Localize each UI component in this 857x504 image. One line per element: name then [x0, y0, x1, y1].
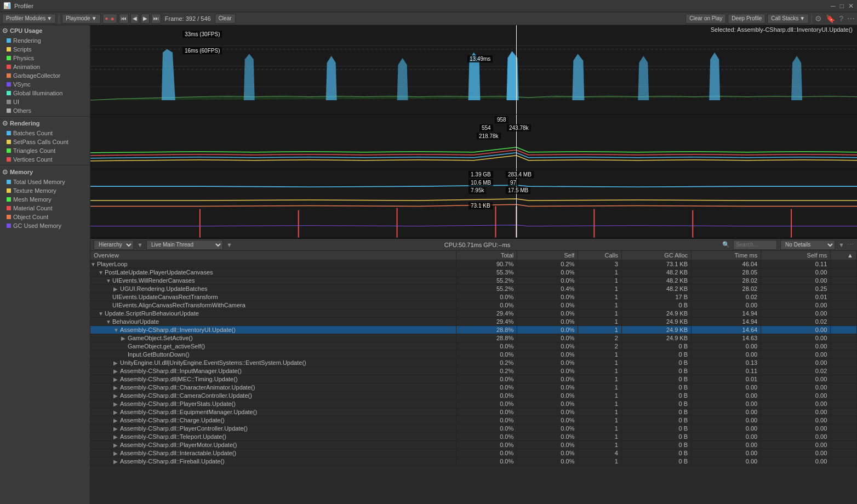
sidebar-item-setpass[interactable]: SetPass Calls Count	[0, 138, 90, 146]
table-row[interactable]: GameObject.get_activeSelf()0.0%0.0%20 B0…	[90, 342, 857, 351]
more-icon[interactable]: ⋯	[847, 14, 855, 23]
memory-graph-panel[interactable]: 1.39 GB 283.4 MB 10.6 MB 97 7.95k 17.5 M…	[90, 169, 857, 238]
row-toggle[interactable]: ▶	[113, 385, 120, 391]
table-row[interactable]: ▶Assembly-CSharp.dll::EquipmentManager.U…	[90, 408, 857, 416]
sidebar-item-vertices[interactable]: Vertices Count	[0, 155, 90, 164]
table-row[interactable]: ▼PostLateUpdate.PlayerUpdateCanvases55.3…	[90, 268, 857, 277]
col-calls[interactable]: Calls	[578, 251, 621, 260]
sidebar-section-rendering[interactable]: ⊙ Rendering	[0, 118, 90, 129]
table-row[interactable]: ▶UGUI.Rendering.UpdateBatches55.2%0.4%14…	[90, 285, 857, 293]
sidebar-item-gi[interactable]: Global Illumination	[0, 89, 90, 98]
sidebar-item-others[interactable]: Others	[0, 106, 90, 115]
row-toggle[interactable]: ▶	[121, 335, 128, 341]
col-self-ms[interactable]: Self ms	[761, 251, 831, 260]
record-button[interactable]: ●	[102, 14, 117, 24]
row-toggle[interactable]: ▶	[113, 426, 120, 432]
first-frame-button[interactable]: ⏮	[119, 14, 129, 24]
table-row[interactable]: ▶Assembly-CSharp.dll::PlayerStats.Update…	[90, 400, 857, 408]
next-frame-button[interactable]: ▶	[141, 14, 150, 24]
row-toggle[interactable]: ▶	[113, 417, 120, 423]
hierarchy-select[interactable]: Hierarchy	[94, 240, 134, 250]
row-toggle[interactable]: ▶	[113, 286, 120, 292]
table-row[interactable]: ▶Assembly-CSharp.dll::InputManager.Updat…	[90, 367, 857, 375]
details-select[interactable]: No Details	[780, 240, 835, 250]
table-row[interactable]: ▼PlayerLoop90.7%0.2%373.1 KB46.040.11	[90, 260, 857, 268]
table-row[interactable]: ▶Assembly-CSharp.dll|MEC::Timing.Update(…	[90, 375, 857, 383]
bookmark-icon[interactable]: 🔖	[826, 14, 835, 23]
row-toggle[interactable]: ▶	[113, 450, 120, 456]
table-row[interactable]: ▶Assembly-CSharp.dll::Fireball.Update()0…	[90, 457, 857, 466]
row-toggle[interactable]: ▶	[113, 360, 120, 366]
search-input[interactable]	[733, 240, 777, 250]
table-row[interactable]: ▶GameObject.SetActive()28.8%0.0%224.9 KB…	[90, 334, 857, 342]
table-row[interactable]: Input.GetButtonDown()0.0%0.0%10 B0.000.0…	[90, 351, 857, 359]
sidebar-item-scripts[interactable]: Scripts	[0, 45, 90, 54]
table-row[interactable]: ▶Assembly-CSharp.dll::CharacterAnimator.…	[90, 383, 857, 392]
table-row[interactable]: ▼BehaviourUpdate29.4%0.0%124.9 KB14.940.…	[90, 318, 857, 326]
clear-button[interactable]: Clear	[215, 14, 236, 24]
profiler-table-container[interactable]: Overview Total Self Calls GC Alloc Time …	[90, 251, 857, 504]
table-row[interactable]: ▼UIEvents.WillRenderCanvases55.2%0.0%148…	[90, 277, 857, 285]
sidebar-section-memory[interactable]: ⊙ Memory	[0, 167, 90, 177]
table-row[interactable]: ▼Update.ScriptRunBehaviourUpdate29.4%0.0…	[90, 310, 857, 318]
sidebar-item-vsync[interactable]: VSync	[0, 80, 90, 89]
sidebar-item-rendering[interactable]: Rendering	[0, 36, 90, 45]
sidebar-item-triangles[interactable]: Triangles Count	[0, 146, 90, 155]
row-toggle[interactable]: ▼	[106, 319, 112, 325]
table-row[interactable]: ▼Assembly-CSharp.dll::InventoryUI.Update…	[90, 326, 857, 334]
table-row[interactable]: ▶Assembly-CSharp.dll::Charge.Update()0.0…	[90, 416, 857, 425]
sidebar-item-physics[interactable]: Physics	[0, 54, 90, 62]
col-self[interactable]: Self	[517, 251, 578, 260]
cpu-graph-panel[interactable]: 33ms (30FPS) 16ms (60FPS) 13.49ms	[90, 25, 857, 114]
sidebar-item-texture-mem[interactable]: Texture Memory	[0, 186, 90, 195]
table-row[interactable]: ▶Assembly-CSharp.dll::Interactable.Updat…	[90, 449, 857, 457]
titlebar-controls[interactable]: ─ □ ✕	[831, 2, 854, 10]
rendering-graph-panel[interactable]: 958 554 243.78k 218.78k	[90, 114, 857, 170]
row-toggle[interactable]: ▼	[106, 278, 112, 284]
row-toggle[interactable]: ▼	[98, 311, 105, 317]
sidebar-section-cpu[interactable]: ⊙ CPU Usage	[0, 25, 90, 36]
sidebar-item-ui[interactable]: UI	[0, 98, 90, 106]
table-row[interactable]: ▶Assembly-CSharp.dll::CameraController.U…	[90, 392, 857, 400]
row-toggle[interactable]: ▼	[113, 327, 120, 333]
row-toggle[interactable]: ▶	[113, 459, 120, 465]
row-toggle[interactable]: ▶	[113, 393, 120, 399]
col-sort[interactable]: ▲	[831, 251, 857, 260]
deep-profile-button[interactable]: Deep Profile	[728, 14, 765, 24]
sidebar-item-material-count[interactable]: Material Count	[0, 204, 90, 213]
table-row[interactable]: ▶Assembly-CSharp.dll::Teleport.Update()0…	[90, 433, 857, 441]
sidebar-item-mesh-mem[interactable]: Mesh Memory	[0, 195, 90, 204]
row-toggle[interactable]: ▶	[113, 376, 120, 382]
clear-on-play-button[interactable]: Clear on Play	[685, 14, 726, 24]
col-total[interactable]: Total	[456, 251, 517, 260]
sidebar-item-gc-used-mem[interactable]: GC Used Memory	[0, 221, 90, 230]
row-toggle[interactable]: ▶	[113, 409, 120, 415]
sidebar-item-gc[interactable]: GarbageCollector	[0, 71, 90, 80]
table-row[interactable]: UIEvents.AlignCanvasRectTransformWithCam…	[90, 301, 857, 310]
more-options-icon[interactable]: ⋯	[848, 241, 854, 248]
table-row[interactable]: ▶UnityEngine.UI.dll|UnityEngine.EventSys…	[90, 359, 857, 367]
row-toggle[interactable]: ▼	[98, 270, 105, 276]
playmode-button[interactable]: Playmode ▼	[62, 14, 100, 24]
sidebar-item-animation[interactable]: Animation	[0, 62, 90, 71]
sidebar-item-object-count[interactable]: Object Count	[0, 213, 90, 221]
table-row[interactable]: ▶Assembly-CSharp.dll::PlayerController.U…	[90, 425, 857, 433]
help-icon[interactable]: ?	[839, 14, 843, 23]
col-time[interactable]: Time ms	[692, 251, 761, 260]
last-frame-button[interactable]: ⏭	[151, 14, 161, 24]
call-stacks-button[interactable]: Call Stacks ▼	[767, 14, 809, 24]
row-toggle[interactable]: ▶	[113, 442, 120, 448]
thread-select[interactable]: Live Main Thread	[146, 240, 223, 250]
sidebar-item-batches[interactable]: Batches Count	[0, 129, 90, 138]
sidebar-item-total-mem[interactable]: Total Used Memory	[0, 177, 90, 186]
row-toggle[interactable]: ▶	[113, 401, 120, 407]
col-gc[interactable]: GC Alloc	[621, 251, 691, 260]
row-toggle[interactable]: ▼	[90, 261, 97, 267]
table-row[interactable]: ▶Assembly-CSharp.dll::PlayerMotor.Update…	[90, 441, 857, 449]
row-toggle[interactable]: ▶	[113, 368, 120, 374]
row-toggle[interactable]: ▶	[113, 434, 120, 440]
settings-icon[interactable]: ⚙	[815, 14, 822, 23]
col-overview[interactable]: Overview	[90, 251, 456, 260]
table-row[interactable]: UIEvents.UpdateCanvasRectTransform0.0%0.…	[90, 293, 857, 301]
profiler-modules-button[interactable]: Profiler Modules ▼	[2, 14, 56, 24]
